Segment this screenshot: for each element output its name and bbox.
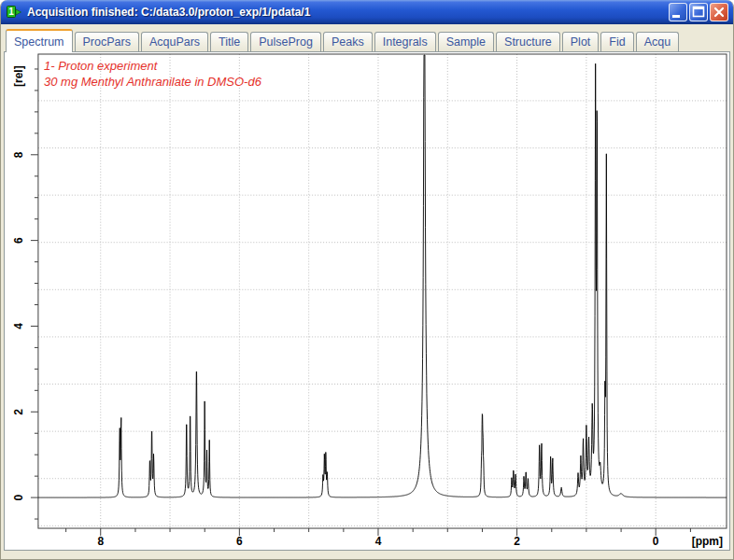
tab-plot[interactable]: Plot	[562, 32, 600, 51]
grid	[38, 54, 727, 528]
x-axis-unit: [ppm]	[692, 535, 723, 548]
y-axis-unit: [rel]	[12, 65, 25, 87]
svg-text:8: 8	[97, 535, 104, 548]
tab-structure[interactable]: Structure	[496, 32, 560, 51]
plot-border	[38, 54, 727, 528]
svg-text:0: 0	[653, 535, 659, 548]
close-button[interactable]	[710, 3, 728, 21]
svg-text:2: 2	[514, 535, 520, 548]
tab-fid[interactable]: Fid	[600, 32, 633, 51]
tab-acqu[interactable]: Acqu	[636, 32, 680, 51]
tab-title[interactable]: Title	[210, 32, 248, 51]
data-window-icon: 1	[6, 5, 22, 20]
maximize-button[interactable]	[689, 3, 708, 21]
svg-text:4: 4	[375, 535, 382, 548]
tab-acqupars[interactable]: AcquPars	[141, 32, 208, 51]
tab-procpars[interactable]: ProcPars	[75, 32, 139, 51]
application-window: 1 Acquisition finished: C:/data3.0/proto…	[0, 0, 734, 560]
tab-sample[interactable]: Sample	[438, 32, 494, 51]
minimize-icon	[670, 4, 686, 21]
svg-text:0: 0	[12, 494, 25, 500]
window-title: Acquisition finished: C:/data3.0/proton_…	[27, 6, 669, 19]
maximize-icon	[690, 4, 707, 21]
svg-text:4: 4	[12, 323, 25, 329]
svg-text:6: 6	[236, 535, 243, 548]
tab-integrals[interactable]: Integrals	[374, 32, 436, 51]
title-annotation: 1- Proton experiment 30 mg Menthyl Anthr…	[44, 58, 261, 90]
window-controls	[669, 3, 728, 21]
spectrum-view: 86420[ppm]02468[rel] 1- Proton experimen…	[4, 51, 730, 551]
close-icon	[711, 4, 727, 21]
svg-text:1: 1	[8, 7, 14, 17]
svg-text:6: 6	[12, 237, 25, 244]
tab-peaks[interactable]: Peaks	[323, 32, 373, 51]
window-titlebar[interactable]: 1 Acquisition finished: C:/data3.0/proto…	[1, 0, 733, 24]
minimize-button[interactable]	[669, 3, 687, 21]
tab-bar: SpectrumProcParsAcquParsTitlePulseProgPe…	[4, 26, 730, 51]
spectrum-canvas[interactable]: 86420[ppm]02468[rel]	[5, 52, 729, 550]
svg-text:8: 8	[12, 151, 25, 158]
svg-text:2: 2	[12, 409, 25, 415]
annotation-line2: 30 mg Menthyl Anthranilate in DMSO-d6	[44, 74, 261, 90]
tab-pulseprog[interactable]: PulseProg	[250, 32, 321, 51]
annotation-line1: 1- Proton experiment	[44, 58, 261, 74]
tab-spectrum[interactable]: Spectrum	[6, 29, 73, 52]
